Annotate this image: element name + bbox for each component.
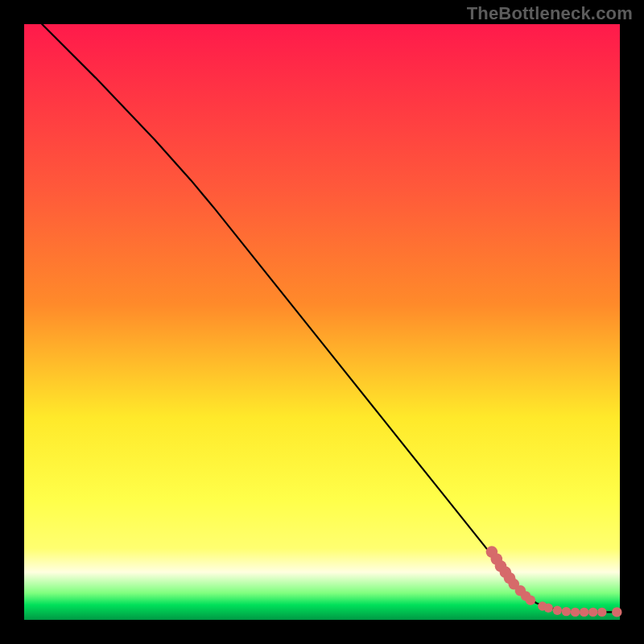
- data-dot: [588, 608, 597, 617]
- data-dot: [597, 608, 606, 617]
- data-dot: [562, 607, 571, 616]
- chart-canvas: [0, 0, 644, 644]
- data-dot: [544, 604, 553, 613]
- data-dot: [553, 606, 562, 615]
- data-dot: [612, 607, 621, 617]
- data-dot: [526, 595, 535, 605]
- watermark-text: TheBottleneck.com: [467, 3, 633, 24]
- data-dot: [580, 608, 588, 617]
- data-dot: [571, 608, 580, 617]
- chart-frame: TheBottleneck.com: [0, 0, 644, 644]
- gradient-background: [24, 24, 620, 620]
